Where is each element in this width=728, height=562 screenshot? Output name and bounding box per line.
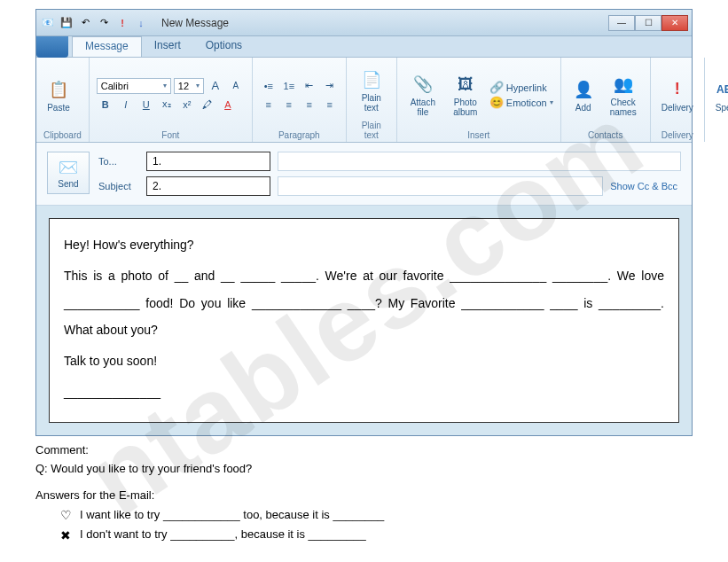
insert-group-label: Insert [404, 130, 553, 140]
group-font: Calibri▾ 12▾ A A B I U x₂ x² 🖍 A [90, 58, 253, 142]
to-field-extended[interactable] [278, 152, 681, 171]
group-insert: 📎 Attach file 🖼 Photo album 🔗 Hyperlink … [397, 58, 561, 142]
plaintext-icon: 📄 [360, 68, 383, 91]
align-right-button[interactable]: ≡ [301, 97, 318, 113]
window-controls: — ☐ ✕ [608, 15, 688, 31]
chevron-down-icon: ▾ [550, 98, 553, 106]
answers-label: Answers for the E-mail: [35, 487, 693, 505]
hyperlink-button[interactable]: 🔗 Hyperlink [489, 81, 553, 94]
maximize-button[interactable]: ☐ [635, 15, 661, 31]
check-names-button[interactable]: 👥 Check names [604, 71, 643, 119]
send-icon: ✉️ [59, 158, 78, 177]
file-menu-button[interactable] [36, 36, 68, 58]
group-contacts: 👤 Add 👥 Check names Contacts [561, 58, 651, 142]
body-line-4: ______________ [64, 379, 664, 406]
plaintext-label: Plain text [357, 93, 386, 113]
underline-button[interactable]: U [137, 97, 155, 113]
answer-option-2: ✖ I don't want to try __________, becaus… [35, 526, 693, 545]
priority-low-icon[interactable]: ↓ [133, 15, 149, 31]
priority-high-icon[interactable]: ! [114, 15, 130, 31]
comment-label: Comment: [35, 441, 693, 460]
undo-icon[interactable]: ↶ [77, 15, 93, 31]
group-paragraph: •≡ 1≡ ⇤ ⇥ ≡ ≡ ≡ ≡ Paragraph [253, 58, 347, 142]
attach-file-button[interactable]: 📎 Attach file [404, 71, 442, 119]
font-name-dropdown[interactable]: Calibri▾ [97, 78, 171, 94]
highlight-button[interactable]: 🖍 [199, 97, 216, 113]
emoticon-button[interactable]: 😊 Emoticon ▾ [489, 96, 553, 109]
to-label-button[interactable]: To... [98, 156, 139, 167]
emoticon-icon: 😊 [489, 96, 504, 109]
redo-icon[interactable]: ↷ [96, 15, 112, 31]
spelling-button[interactable]: ABC✔ Spelling [712, 76, 728, 114]
message-body[interactable]: Hey! How's everything? This is a photo o… [49, 218, 679, 423]
group-plaintext: 📄 Plain text Plain text [347, 58, 397, 142]
tab-message[interactable]: Message [72, 36, 142, 57]
align-center-button[interactable]: ≡ [280, 97, 298, 113]
photo-album-button[interactable]: 🖼 Photo album [447, 71, 484, 119]
group-delivery: ! Delivery Delivery [651, 58, 705, 142]
bold-button[interactable]: B [97, 97, 114, 113]
plain-text-button[interactable]: 📄 Plain text [354, 66, 389, 114]
add-contact-icon: 👤 [572, 78, 595, 101]
delivery-label: Delivery [661, 103, 693, 113]
ribbon: 📋 Paste Clipboard Calibri▾ 12▾ A A B [36, 58, 692, 143]
check-label: Check names [607, 98, 639, 117]
numbering-button[interactable]: 1≡ [280, 78, 298, 94]
chevron-down-icon: ▾ [196, 82, 200, 90]
plaintext-group-label: Plain text [354, 121, 389, 140]
body-line-3: Talk to you soon! [64, 347, 664, 375]
clipboard-group-label: Clipboard [43, 130, 82, 140]
priority-icon: ! [666, 78, 689, 101]
answer-2-text: I don't want to try __________, because … [80, 526, 366, 544]
tab-insert[interactable]: Insert [142, 36, 193, 57]
chevron-down-icon: ▾ [163, 82, 167, 90]
worksheet-section: Comment: Q: Would you like to try your f… [35, 441, 693, 545]
close-button[interactable]: ✕ [661, 15, 688, 31]
body-line-2: This is a photo of __ and __ _____ _____… [64, 262, 664, 344]
superscript-button[interactable]: x² [178, 97, 196, 113]
font-size-dropdown[interactable]: 12▾ [174, 78, 204, 94]
delivery-group-label: Delivery [658, 130, 697, 140]
group-clipboard: 📋 Paste Clipboard [36, 58, 90, 142]
check-names-icon: 👥 [612, 73, 635, 96]
window-title: New Message [161, 17, 603, 29]
answer-1-text: I want like to try ____________ too, bec… [80, 506, 384, 525]
message-header: ✉️ Send To... 1. Subject 2. Show Cc & Bc… [36, 143, 692, 206]
paragraph-group-label: Paragraph [260, 130, 339, 140]
subscript-button[interactable]: x₂ [158, 97, 176, 113]
save-icon[interactable]: 💾 [59, 15, 74, 31]
spelling-label: Spelling [716, 103, 728, 113]
paste-button[interactable]: 📋 Paste [43, 76, 74, 114]
group-editing: ABC✔ Spelling 🔍 Editing [705, 58, 728, 142]
ribbon-tabs: Message Insert Options [36, 36, 692, 58]
delivery-button[interactable]: ! Delivery [658, 76, 697, 114]
photo-icon: 🖼 [454, 73, 477, 96]
align-left-button[interactable]: ≡ [260, 97, 278, 113]
minimize-button[interactable]: — [608, 15, 635, 31]
tab-options[interactable]: Options [193, 36, 254, 57]
send-button[interactable]: ✉️ Send [47, 152, 90, 194]
justify-button[interactable]: ≡ [321, 97, 339, 113]
paste-label: Paste [47, 103, 70, 113]
grow-font-button[interactable]: A [207, 78, 224, 94]
shrink-font-button[interactable]: A [227, 78, 245, 94]
titlebar: 📧 💾 ↶ ↷ ! ↓ New Message — ☐ ✕ [36, 10, 692, 36]
indent-button[interactable]: ⇥ [321, 78, 339, 94]
app-menu-icon[interactable]: 📧 [40, 15, 56, 31]
hyperlink-label: Hyperlink [506, 82, 547, 93]
spelling-icon: ABC✔ [720, 78, 728, 101]
font-color-button[interactable]: A [219, 97, 237, 113]
quick-access-toolbar: 📧 💾 ↶ ↷ ! ↓ [40, 15, 149, 31]
show-cc-bcc-link[interactable]: Show Cc & Bcc [610, 181, 681, 191]
add-contact-button[interactable]: 👤 Add [568, 76, 599, 114]
to-field[interactable]: 1. [146, 152, 270, 171]
outdent-button[interactable]: ⇤ [301, 78, 318, 94]
heart-icon: ♡ [59, 505, 73, 525]
italic-button[interactable]: I [117, 97, 135, 113]
subject-field[interactable]: 2. [146, 176, 270, 196]
subject-field-extended[interactable] [278, 176, 603, 196]
contacts-group-label: Contacts [568, 130, 643, 140]
paperclip-icon: 📎 [411, 73, 434, 96]
add-label: Add [575, 103, 591, 113]
bullets-button[interactable]: •≡ [260, 78, 278, 94]
